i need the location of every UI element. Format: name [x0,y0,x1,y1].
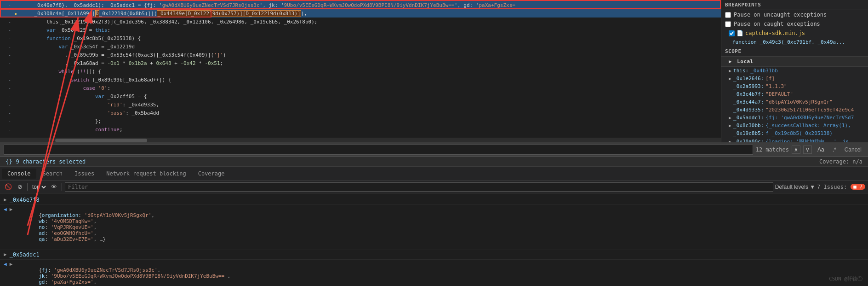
console-output: ▶ _0x46e7f8 ◀ ▶ {organization: 'd6tpAY1o… [0,193,868,286]
line-text-15: }; [22,118,101,124]
line-gutter-8: - [4,60,11,66]
match-regex-btn[interactable]: .* [830,145,839,154]
line-gutter-12: - [4,93,11,99]
match-case-btn[interactable]: Aa [815,145,827,154]
row2-text: {organization: 'd6tpAY1oV0Kv5jRSgxQr', w… [14,206,157,248]
tab-issues[interactable]: Issues [69,169,100,179]
line-gutter-11: - [4,85,11,91]
right-panel: Breakpoints Pause on uncaught exceptions… [721,0,868,142]
scope-item-0x2a5993: ▶ _0x2a5993: "1.1.3" [721,82,868,90]
console-row-3[interactable]: ▶ _0x5addc1 [0,250,868,260]
scope-item-0x5addc1: ▶ _0x5addc1: {fj: 'gwA0dXBU6y9ueZNecTrVS… [721,114,868,122]
scope-section-title: Scope [721,47,868,57]
scope-item-0x1e2646: ▶ _0x1e2646: [f] [721,75,868,82]
selected-text-status: {} [6,158,12,165]
clear-console-btn[interactable]: 🚫 [3,182,14,191]
pause-caught-label: Pause on caught exceptions [734,21,820,27]
code-line-9: - while (!![]) { [0,67,721,76]
scope-item-0x4d9335: ▶ _0x4d9335: "20230625171106effc59ef42e9… [721,106,868,114]
code-line-5: - function _0x19c8b5(_0x205138) { [0,34,721,42]
issues-count-label: 7 Issues: [817,184,847,190]
line-text-11: case '0': [22,85,110,91]
scope-item-0x3c44a7: ▶ _0x3c44a7: "d6tpAY1oV0Kv5jRSgxQr" [721,98,868,106]
line-text-7: , _0x89c99b = _0x53c54f(0xac3)[_0x53c54f… [22,52,226,58]
bp-function: function _0x49c3(_0xc791bf, _0x49a... [721,38,868,47]
code-editor: - _0x46e7f8}, _0x5addc1); _0x5addc1 = {f… [0,0,721,142]
code-line-13: - 'rid': _0x4d9335, [0,100,721,109]
filter-icon-btn[interactable]: ⊘ [16,182,24,191]
code-line-2: - ▶ _0x308c4a[_0x11A994[D_0x12219d(0x8b5… [0,9,721,18]
line-text-3: this[_0x12219d(0x2f3)](_0x1dc396, _0x388… [22,19,317,25]
line-text-2: _0x308c4a[_0x11A994[D_0x12219d(0x8b5)]](… [22,11,307,17]
eye-icon-btn[interactable]: 👁 [49,182,59,191]
toolbar-separator-1 [27,183,28,191]
scope-item-0x19c8b5: ▶ _0x19c8b5: f _0x19c8b5(_0x205138) [721,129,868,137]
issues-badge: ■ 7 [851,184,865,190]
scope-item-0x20a00c: ▶ _0x20a00c: {loading: '图片加载中...', js [721,137,868,142]
line-gutter-9: - [4,69,11,75]
status-bar: {} 9 characters selected Coverage: n/a [0,157,868,167]
local-section-title[interactable]: ▶ Local [721,57,868,67]
tab-network-blocking[interactable]: Network request blocking [101,169,191,179]
breakpoint-file[interactable]: 📄 captcha-sdk.min.js [721,29,868,38]
pause-uncaught-label: Pause on uncaught exceptions [734,12,827,18]
line-text-13: 'rid': _0x4d9335, [22,102,159,108]
horizontal-scrollbar[interactable] [0,138,721,142]
context-select[interactable]: top [30,183,47,191]
line-gutter-16: - [4,127,11,133]
pause-uncaught-checkbox[interactable] [725,12,731,18]
line-icon-2: ▶ [15,11,21,16]
tab-console[interactable]: Console [2,169,36,179]
console-row-2[interactable]: ◀ ▶ {organization: 'd6tpAY1oV0Kv5jRSgxQr… [0,205,868,250]
default-levels-btn[interactable]: Default levels ▼ [775,184,815,190]
local-expand-arrow: ▶ [729,58,732,64]
filter-input[interactable] [65,182,773,192]
line-text-6: var _0x53c54f = _0x12219d [22,44,135,50]
matches-info: 12 matches [756,146,789,153]
console-row-1[interactable]: ▶ _0x46e7f8 [0,195,868,205]
code-line-6: - var _0x53c54f = _0x12219d [0,42,721,51]
breakpoints-section-title: Breakpoints [721,0,868,10]
code-lines: - _0x46e7f8}, _0x5addc1); _0x5addc1 = {f… [0,0,721,134]
row2-expand: ◀ [4,206,7,212]
row4-text: {fj: 'gwA0dXBU6y9ueZNecTrVSd7JRsOjss3c',… [14,261,234,286]
row2-expand-arrow: ▶ [10,206,13,212]
search-next-btn[interactable]: ∨ [803,146,812,154]
line-text-12: var _0x2cff05 = { [22,93,147,99]
line-text-5: function _0x19c8b5(_0x205138) { [22,35,141,41]
file-icon: 📄 [737,30,743,36]
bp-file-label: captcha-sdk.min.js [745,30,805,36]
pause-caught-option[interactable]: Pause on caught exceptions [721,19,868,29]
bp-file-checkbox[interactable] [729,30,735,36]
scope-item-0x3c4b7f: ▶ _0x3c4b7f: "DEFAULT" [721,90,868,98]
code-line-15: - }; [0,117,721,125]
csdn-watermark: CSDN @轩辕① [829,275,862,282]
scope-item-this: ▶ this: _0x4b31bb [721,67,868,75]
local-label: Local [737,58,754,64]
pause-caught-checkbox[interactable] [725,21,731,27]
search-cancel-btn[interactable]: Cancel [842,146,864,154]
search-bar: 12 matches ∧ ∨ Aa .* Cancel [0,143,868,157]
row1-arrow: ▶ [4,197,7,203]
line-gutter-5: - [4,35,11,41]
code-line-1: - _0x46e7f8}, _0x5addc1); _0x5addc1 = {f… [0,1,721,9]
tab-search[interactable]: Search [37,169,68,179]
pause-uncaught-option[interactable]: Pause on uncaught exceptions [721,10,868,19]
line-text-8: , _0x1a68ad = -0x1 * 0x1b2a + 0x648 + -0… [22,60,223,66]
line-text-10: switch (_0x89c99b[_0x1a68ad++]) { [22,77,171,83]
line-gutter-3: - [4,19,11,25]
search-input[interactable] [4,145,753,155]
tab-coverage[interactable]: Coverage [193,169,230,179]
line-text-9: while (!![]) { [22,69,101,75]
scope-item-0x8c30bb: ▶ _0x8c30bb: {_successCallback: Array(1)… [721,122,868,129]
line-gutter-10: - [4,77,11,83]
code-line-12: - var _0x2cff05 = { [0,92,721,100]
search-prev-btn[interactable]: ∧ [792,146,800,154]
line-text-4: var _0x507625 = this; [22,27,110,33]
toolbar-separator-2 [62,183,62,191]
row3-arrow: ▶ [4,251,7,257]
console-row-4[interactable]: ◀ ▶ {fj: 'gwA0dXBU6y9ueZNecTrVSd7JRsOjss… [0,260,868,286]
line-gutter-14: - [4,110,11,116]
line-text-1: _0x46e7f8}, _0x5addc1); _0x5addc1 = {fj:… [22,2,515,8]
row4-expand: ◀ [4,261,7,267]
